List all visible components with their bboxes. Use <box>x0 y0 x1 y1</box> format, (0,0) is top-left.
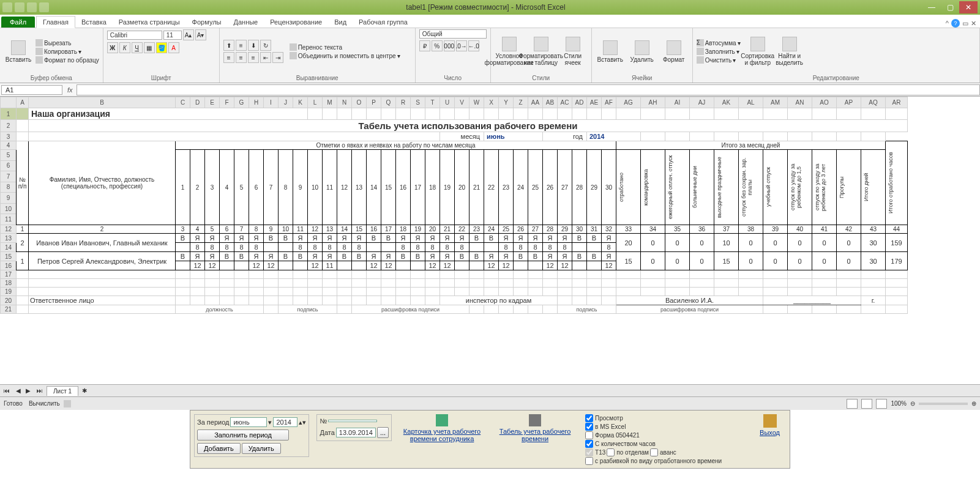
align-top-icon[interactable]: ⬆ <box>223 40 234 51</box>
currency-icon[interactable]: ₽ <box>419 40 430 51</box>
cell-mark[interactable]: Я <box>425 252 440 261</box>
window-restore-icon[interactable]: ▭ <box>962 20 968 28</box>
sort-filter-button[interactable]: Сортировка и фильтр <box>743 37 772 66</box>
col-header[interactable]: AN <box>788 97 812 108</box>
cell-mark[interactable]: Я <box>381 252 396 261</box>
col-header[interactable]: AB <box>543 97 558 108</box>
header-total-month[interactable]: Итого за месяц дней <box>616 141 886 150</box>
cell-hours[interactable]: 8 <box>499 243 514 252</box>
cell[interactable] <box>837 108 861 120</box>
cell-hours[interactable] <box>587 243 602 252</box>
cell[interactable] <box>543 270 558 279</box>
cell[interactable] <box>17 120 29 132</box>
header-day[interactable]: 8 <box>279 150 293 225</box>
header-day[interactable]: 25 <box>528 150 543 225</box>
cell[interactable] <box>220 270 234 279</box>
cell[interactable] <box>572 108 587 120</box>
cell[interactable] <box>665 288 690 296</box>
header-num[interactable]: 34 <box>641 225 665 234</box>
close-button[interactable]: ✕ <box>959 1 978 13</box>
cell[interactable] <box>587 279 602 288</box>
cell[interactable] <box>572 270 587 279</box>
header-num[interactable]: 31 <box>587 225 602 234</box>
col-header[interactable]: E <box>205 97 220 108</box>
cell[interactable] <box>484 305 499 314</box>
nav-first-icon[interactable]: ⏮ <box>0 387 13 394</box>
cell[interactable] <box>396 296 411 305</box>
col-header[interactable]: AL <box>739 97 763 108</box>
cell-total[interactable]: 159 <box>886 234 908 252</box>
align-left-icon[interactable]: ≡ <box>223 52 234 63</box>
cell-total[interactable]: 0 <box>837 252 861 270</box>
cell[interactable] <box>514 108 528 120</box>
cell[interactable] <box>788 132 812 141</box>
col-header[interactable]: K <box>293 97 308 108</box>
cell[interactable] <box>837 132 861 141</box>
cell-mark[interactable]: Я <box>249 234 264 243</box>
col-header[interactable]: AF <box>602 97 616 108</box>
cell[interactable] <box>587 270 602 279</box>
cell[interactable] <box>367 279 381 288</box>
tab-formulas[interactable]: Формулы <box>186 17 228 28</box>
cell[interactable] <box>323 296 337 305</box>
header-num[interactable]: 10 <box>279 225 293 234</box>
cell-hours[interactable] <box>572 261 587 270</box>
cell-mark[interactable]: Я <box>190 234 205 243</box>
card-link[interactable]: Карточка учета рабочего времени сотрудни… <box>399 426 485 444</box>
period-month-select[interactable]: июнь <box>230 417 267 427</box>
macro-record-icon[interactable] <box>64 400 71 407</box>
cell-mark[interactable]: Я <box>205 234 220 243</box>
cell[interactable] <box>543 279 558 288</box>
cell-mark[interactable]: В <box>279 234 293 243</box>
tab-workgroup[interactable]: Рабочая группа <box>353 17 414 28</box>
col-header[interactable]: C <box>176 97 190 108</box>
cell-hours[interactable]: 12 <box>558 261 572 270</box>
cell[interactable] <box>788 279 812 288</box>
cell-mark[interactable]: Я <box>602 252 616 261</box>
cell-hours[interactable] <box>293 261 308 270</box>
cell-hours[interactable]: 12 <box>308 261 323 270</box>
cell[interactable] <box>558 288 572 296</box>
comma-icon[interactable]: 000 <box>444 40 455 51</box>
cell[interactable] <box>739 270 763 279</box>
header-num[interactable]: 28 <box>543 225 558 234</box>
cell-hours[interactable]: 8 <box>455 243 469 252</box>
cell[interactable] <box>886 305 908 314</box>
cell[interactable] <box>837 279 861 288</box>
cell[interactable] <box>886 270 908 279</box>
cell-hours[interactable] <box>352 261 367 270</box>
cell[interactable] <box>641 288 665 296</box>
cell[interactable] <box>514 305 528 314</box>
bydept-checkbox[interactable]: по отделам <box>607 448 649 456</box>
undo-icon[interactable] <box>27 2 37 12</box>
cell-hours[interactable]: 8 <box>190 243 205 252</box>
cell-total[interactable]: 0 <box>788 252 812 270</box>
percent-icon[interactable]: % <box>432 40 443 51</box>
cell-mark[interactable]: Я <box>558 234 572 243</box>
cell-styles-button[interactable]: Стили ячеек <box>558 37 588 66</box>
row-header[interactable]: 7 <box>1 171 17 182</box>
cell-mark[interactable]: В <box>367 234 381 243</box>
header-num[interactable]: 21 <box>440 225 455 234</box>
cell[interactable] <box>220 288 234 296</box>
cell[interactable] <box>279 279 293 288</box>
col-header[interactable]: P <box>367 97 381 108</box>
header-day[interactable]: 21 <box>469 150 484 225</box>
cell-mark[interactable]: Я <box>264 252 279 261</box>
cell[interactable] <box>558 108 572 120</box>
cell[interactable] <box>337 270 352 279</box>
header-num[interactable]: 13 <box>323 225 337 234</box>
cell[interactable] <box>641 270 665 279</box>
cell-mark[interactable]: Я <box>484 252 499 261</box>
tab-insert[interactable]: Вставка <box>75 17 113 28</box>
find-select-button[interactable]: Найти и выделить <box>775 37 804 66</box>
cell-hours[interactable]: 12 <box>440 261 455 270</box>
cell-mark[interactable]: Я <box>543 252 558 261</box>
cell[interactable] <box>499 108 514 120</box>
cell[interactable] <box>176 270 190 279</box>
cell[interactable] <box>367 270 381 279</box>
row-header[interactable]: 9 <box>1 193 17 204</box>
cell[interactable] <box>308 296 323 305</box>
cell[interactable] <box>455 279 469 288</box>
cell[interactable] <box>690 108 714 120</box>
